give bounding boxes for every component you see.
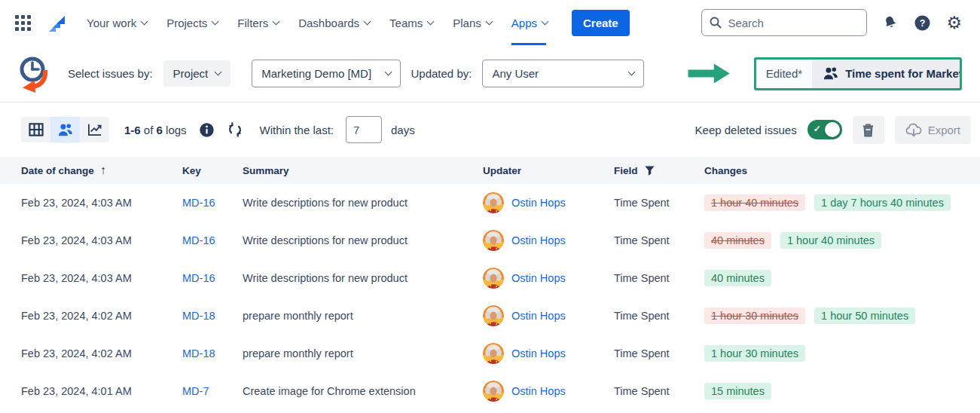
chevron-down-icon bbox=[273, 17, 280, 25]
app-switcher-icon[interactable] bbox=[15, 15, 31, 31]
notifications-icon[interactable] bbox=[882, 14, 899, 31]
chevron-down-icon bbox=[542, 17, 549, 25]
chevron-down-icon bbox=[427, 17, 435, 25]
row-date: Feb 23, 2024, 4:02 AM bbox=[21, 310, 182, 322]
chart-view-icon[interactable] bbox=[80, 117, 109, 142]
people-icon bbox=[823, 66, 838, 81]
nav-item-projects[interactable]: Projects bbox=[166, 0, 218, 45]
app-logo-clock-icon bbox=[17, 55, 53, 93]
days-input[interactable] bbox=[346, 116, 382, 143]
settings-icon[interactable]: ⚙ bbox=[946, 14, 962, 32]
table-row: Feb 23, 2024, 4:02 AM MD-18 prepare mont… bbox=[0, 297, 980, 335]
new-value-chip: 1 day 7 hours 40 minutes bbox=[814, 194, 951, 211]
updated-by-label: Updated by: bbox=[411, 67, 472, 80]
updater-link[interactable]: Ostin Hops bbox=[511, 347, 566, 359]
header-date-of-change[interactable]: Date of change ↑ bbox=[21, 164, 182, 177]
updater-link[interactable]: Ostin Hops bbox=[511, 197, 566, 209]
export-button[interactable]: Export bbox=[895, 116, 971, 144]
new-value-chip: 40 minutes bbox=[704, 270, 771, 286]
issue-key-link[interactable]: MD-18 bbox=[182, 347, 243, 359]
row-changes: 1 hour 30 minutes bbox=[704, 345, 980, 362]
search-input[interactable] bbox=[728, 17, 848, 29]
table-row: Feb 23, 2024, 4:03 AM MD-16 Write descri… bbox=[0, 184, 980, 222]
row-summary: Write descriptions for new product bbox=[243, 197, 483, 209]
issue-key-link[interactable]: MD-16 bbox=[182, 272, 243, 284]
updater-avatar bbox=[483, 381, 504, 402]
within-last-label: Within the last: bbox=[260, 124, 334, 136]
sort-ascending-icon[interactable]: ↑ bbox=[100, 164, 106, 177]
change-log-table: Date of change ↑ Key Summary Updater Fie… bbox=[0, 157, 980, 410]
select-by-dropdown[interactable]: Project bbox=[163, 60, 231, 87]
row-field: Time Spent bbox=[614, 347, 704, 359]
jira-logo[interactable] bbox=[46, 12, 67, 33]
search-box[interactable] bbox=[701, 9, 867, 36]
table-body: Feb 23, 2024, 4:03 AM MD-16 Write descri… bbox=[0, 184, 980, 410]
updater-avatar bbox=[483, 343, 504, 364]
table-header-row: Date of change ↑ Key Summary Updater Fie… bbox=[0, 157, 980, 184]
row-summary: prepare monthly report bbox=[243, 347, 483, 359]
refresh-icon[interactable] bbox=[227, 121, 243, 138]
annotation-arrow-icon bbox=[688, 63, 729, 84]
nav-item-filters[interactable]: Filters bbox=[237, 0, 279, 45]
saved-view-button[interactable]: Time spent for Market… bbox=[812, 60, 962, 88]
view-switcher bbox=[21, 117, 109, 142]
row-changes: 1 hour 30 minutes 1 hour 50 minutes bbox=[704, 307, 980, 324]
log-toolbar: 1-6 of 6 logs Within the last: days Keep… bbox=[0, 102, 980, 157]
table-view-icon[interactable] bbox=[21, 117, 50, 142]
updater-avatar bbox=[483, 268, 504, 289]
search-icon bbox=[710, 17, 722, 29]
old-value-chip: 40 minutes bbox=[704, 232, 771, 249]
updater-link[interactable]: Ostin Hops bbox=[511, 310, 566, 322]
header-changes: Changes bbox=[704, 165, 980, 176]
nav-item-dashboards[interactable]: Dashboards bbox=[298, 0, 370, 45]
updater-avatar bbox=[483, 230, 504, 251]
header-summary: Summary bbox=[243, 165, 483, 176]
keep-deleted-toggle[interactable]: ✓ bbox=[808, 120, 842, 139]
nav-item-your-work[interactable]: Your work bbox=[87, 0, 147, 45]
updated-by-dropdown[interactable]: Any User bbox=[482, 60, 644, 87]
info-icon[interactable] bbox=[199, 122, 215, 138]
project-dropdown[interactable]: Marketing Demo [MD] bbox=[252, 60, 400, 87]
nav-item-apps[interactable]: Apps bbox=[511, 0, 548, 45]
row-date: Feb 23, 2024, 4:01 AM bbox=[21, 385, 182, 397]
create-button[interactable]: Create bbox=[572, 10, 630, 36]
nav-item-teams[interactable]: Teams bbox=[389, 0, 433, 45]
help-icon[interactable]: ? bbox=[914, 14, 931, 32]
chevron-down-icon bbox=[364, 17, 371, 25]
updater-avatar bbox=[483, 305, 504, 326]
people-view-icon[interactable] bbox=[50, 117, 80, 142]
issue-key-link[interactable]: MD-18 bbox=[182, 310, 243, 322]
updater-link[interactable]: Ostin Hops bbox=[511, 272, 566, 284]
export-cloud-icon bbox=[905, 123, 922, 137]
edited-status-label: Edited* bbox=[756, 60, 812, 88]
issue-key-link[interactable]: MD-7 bbox=[182, 385, 243, 397]
new-value-chip: 1 hour 50 minutes bbox=[814, 307, 915, 324]
table-row: Feb 23, 2024, 4:02 AM MD-18 prepare mont… bbox=[0, 335, 980, 372]
table-row: Feb 23, 2024, 4:03 AM MD-16 Write descri… bbox=[0, 259, 980, 297]
table-row: Feb 23, 2024, 4:03 AM MD-16 Write descri… bbox=[0, 222, 980, 259]
delete-logs-button[interactable] bbox=[853, 116, 884, 144]
chevron-down-icon bbox=[141, 17, 148, 25]
days-label: days bbox=[391, 124, 415, 136]
issue-key-link[interactable]: MD-16 bbox=[182, 234, 243, 246]
header-updater: Updater bbox=[483, 165, 614, 176]
row-summary: Create image for Chrome extension bbox=[243, 385, 483, 397]
table-row: Feb 23, 2024, 4:01 AM MD-7 Create image … bbox=[0, 372, 980, 410]
saved-view-highlight-box: Edited* Time spent for Market… bbox=[754, 57, 962, 90]
row-changes: 15 minutes bbox=[704, 383, 980, 399]
new-value-chip: 1 hour 40 minutes bbox=[780, 232, 881, 249]
time-tracking-app-page: Your work Projects Filters Dashboards Te… bbox=[0, 0, 980, 413]
nav-item-plans[interactable]: Plans bbox=[453, 0, 492, 45]
issue-key-link[interactable]: MD-16 bbox=[182, 197, 243, 209]
row-date: Feb 23, 2024, 4:03 AM bbox=[21, 197, 182, 209]
old-value-chip: 1 hour 40 minutes bbox=[704, 194, 805, 211]
chevron-down-icon bbox=[215, 69, 222, 76]
updater-link[interactable]: Ostin Hops bbox=[511, 385, 566, 397]
filter-funnel-icon[interactable] bbox=[644, 165, 655, 176]
updater-link[interactable]: Ostin Hops bbox=[511, 234, 566, 246]
row-field: Time Spent bbox=[614, 310, 704, 322]
chevron-down-icon bbox=[628, 69, 636, 76]
chevron-down-icon bbox=[485, 17, 493, 25]
row-field: Time Spent bbox=[614, 385, 704, 397]
updater-avatar bbox=[483, 192, 504, 213]
